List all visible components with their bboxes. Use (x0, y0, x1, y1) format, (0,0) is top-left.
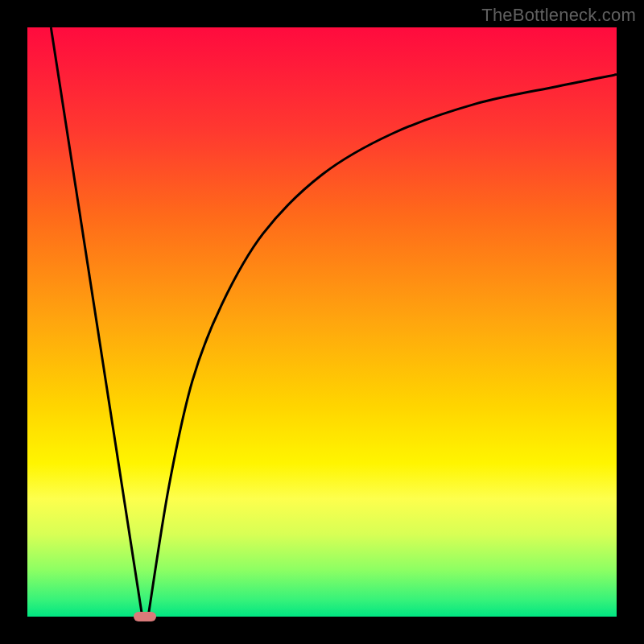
chart-frame: TheBottleneck.com (0, 0, 644, 644)
watermark-text: TheBottleneck.com (481, 5, 636, 26)
chart-curve (27, 27, 617, 617)
curve-left-branch (51, 27, 142, 617)
plot-area (27, 27, 617, 617)
minimum-marker (134, 612, 156, 621)
curve-right-branch (148, 75, 617, 617)
